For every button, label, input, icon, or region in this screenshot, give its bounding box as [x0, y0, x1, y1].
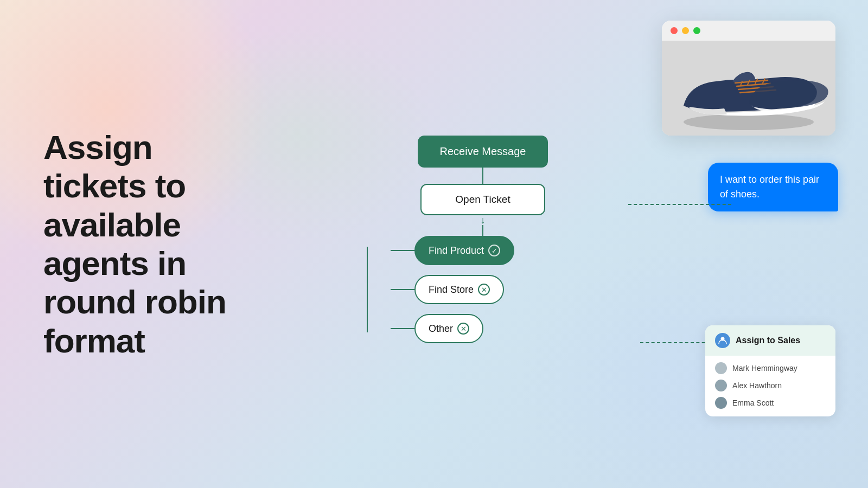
- branch-other: Other ✕: [391, 314, 618, 343]
- agent-avatar-3: [715, 397, 727, 409]
- dashed-line-find-product: [640, 342, 711, 343]
- check-icon: ✓: [488, 245, 500, 256]
- branch-nodes-list: Find Product ✓ Find Store ✕: [347, 236, 618, 343]
- browser-toolbar: [662, 21, 835, 41]
- receive-message-node: Receive Message: [418, 136, 548, 168]
- browser-dot-red: [671, 27, 678, 34]
- flow-diagram: Receive Message Open Ticket ↓ Find Produ: [347, 136, 618, 343]
- branch-find-product: Find Product ✓: [391, 236, 618, 265]
- assign-avatar-icon: [715, 333, 730, 348]
- agent-name-1: Mark Hemmingway: [732, 364, 797, 373]
- open-ticket-label: Open Ticket: [455, 194, 510, 205]
- find-product-label: Find Product: [429, 245, 484, 256]
- shoe-image: [662, 41, 835, 136]
- right-section: I want to order this pair of shoes. Rece…: [304, 0, 868, 488]
- connector-open-branches: [482, 225, 483, 236]
- branch-container: Find Product ✓ Find Store ✕: [347, 236, 618, 343]
- headline: Assign tickets to available agents in ro…: [43, 128, 260, 360]
- branch-connector-other: [391, 328, 414, 329]
- assign-panel: Assign to Sales Mark Hemmingway Alex Haw…: [705, 325, 835, 416]
- left-section: Assign tickets to available agents in ro…: [0, 95, 304, 393]
- agent-item-1: Mark Hemmingway: [715, 362, 826, 374]
- browser-dot-green: [693, 27, 700, 34]
- agent-avatar-2: [715, 380, 727, 391]
- browser-dot-yellow: [682, 27, 689, 34]
- find-product-node: Find Product ✓: [414, 236, 514, 265]
- browser-window: [662, 21, 835, 136]
- find-store-node: Find Store ✕: [414, 275, 504, 304]
- x-icon-other: ✕: [457, 323, 469, 335]
- find-store-label: Find Store: [429, 284, 474, 296]
- open-ticket-node: Open Ticket: [420, 184, 545, 215]
- svg-point-2: [684, 114, 814, 130]
- branch-find-store: Find Store ✕: [391, 275, 618, 304]
- other-node: Other ✕: [414, 314, 483, 343]
- agent-name-3: Emma Scott: [732, 399, 774, 407]
- headline-line2: available agents in: [43, 206, 186, 282]
- agent-item-2: Alex Hawthorn: [715, 380, 826, 391]
- branch-connector-find-product: [391, 250, 414, 251]
- headline-line1: Assign tickets to: [43, 129, 186, 204]
- assign-panel-header: Assign to Sales: [705, 325, 835, 356]
- agent-avatar-1: [715, 362, 727, 374]
- assign-agents-list: Mark Hemmingway Alex Hawthorn Emma Scott: [705, 356, 835, 416]
- connector-receive-open: [482, 168, 483, 184]
- other-label: Other: [429, 323, 453, 335]
- receive-message-label: Receive Message: [440, 145, 526, 157]
- agent-name-2: Alex Hawthorn: [732, 381, 782, 390]
- shoe-svg: [662, 41, 835, 136]
- dashed-line-receive: [628, 204, 731, 205]
- branch-connector-find-store: [391, 289, 414, 290]
- agent-item-3: Emma Scott: [715, 397, 826, 409]
- main-content: Assign tickets to available agents in ro…: [0, 0, 868, 488]
- open-ticket-arrow: ↓: [347, 215, 618, 225]
- chat-message: I want to order this pair of shoes.: [720, 174, 819, 200]
- assign-panel-title: Assign to Sales: [736, 336, 800, 345]
- headline-line3: round robin format: [43, 283, 226, 359]
- x-icon-store: ✕: [478, 284, 490, 296]
